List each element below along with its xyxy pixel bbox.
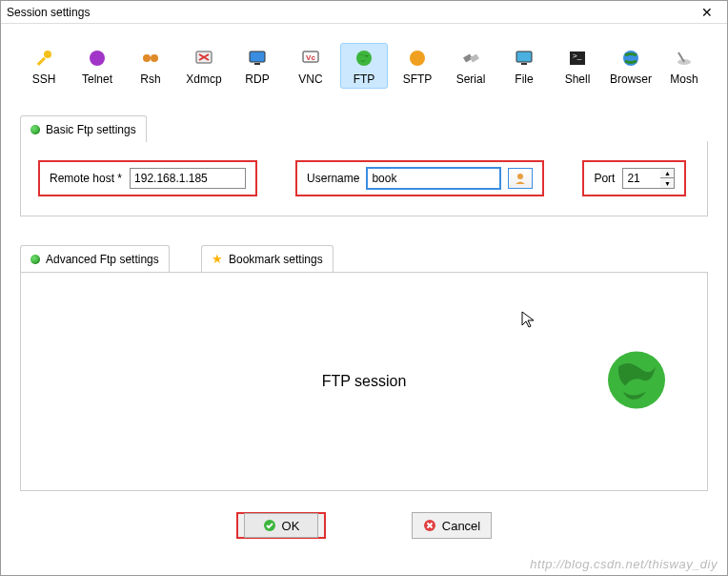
port-spinner: ▲ ▼ (660, 168, 675, 189)
globe-dot-icon (30, 125, 40, 134)
remote-host-group: Remote host * (38, 160, 257, 196)
browser-globe-icon (610, 48, 652, 69)
svg-rect-15 (521, 63, 527, 65)
basic-panel: Remote host * Username Port ▲ ▼ (20, 141, 708, 216)
username-label: Username (307, 172, 359, 185)
telnet-icon (76, 48, 118, 69)
mosh-icon (663, 48, 705, 69)
protocol-label: Telnet (76, 72, 118, 86)
protocol-label: SFTP (396, 72, 438, 86)
protocol-label: Rsh (130, 72, 172, 86)
lower-tab-strip: Advanced Ftp settings ★ Bookmark setting… (20, 245, 708, 272)
protocol-browser[interactable]: Browser (607, 43, 655, 89)
protocol-label: File (503, 72, 545, 86)
port-input[interactable] (622, 168, 660, 189)
protocol-xdmcp[interactable]: Xdmcp (180, 43, 228, 89)
port-label: Port (594, 172, 615, 185)
tab-basic-ftp[interactable]: Basic Ftp settings (20, 115, 147, 142)
spinner-down[interactable]: ▼ (660, 178, 674, 188)
key-icon (23, 48, 65, 69)
ok-label: OK (282, 519, 300, 533)
username-group: Username (295, 160, 544, 196)
svg-point-2 (90, 51, 105, 66)
cancel-button[interactable]: Cancel (412, 512, 492, 539)
protocol-sftp[interactable]: SFTP (394, 43, 441, 89)
svg-text:>_: >_ (573, 51, 582, 60)
protocol-row: SSH Telnet Rsh Xdmcp RDP (20, 43, 708, 89)
svg-point-11 (410, 51, 425, 66)
session-title: FTP session (322, 373, 407, 390)
protocol-label: FTP (343, 72, 385, 86)
rdp-icon (236, 48, 278, 69)
user-lookup-button[interactable] (508, 168, 533, 189)
sftp-icon (396, 48, 438, 69)
ok-button-highlight: OK (236, 512, 326, 539)
svg-point-21 (608, 352, 665, 409)
tab-advanced-ftp[interactable]: Advanced Ftp settings (20, 245, 170, 272)
basic-fields-row: Remote host * Username Port ▲ ▼ (38, 160, 690, 196)
svg-point-0 (44, 51, 51, 58)
watermark-text: http://blog.csdn.net/thisway_diy (530, 557, 718, 571)
svg-rect-1 (37, 57, 46, 66)
protocol-label: Browser (610, 72, 652, 86)
svg-rect-6 (250, 51, 265, 62)
svg-point-20 (517, 174, 523, 179)
protocol-label: SSH (23, 72, 65, 86)
protocol-label: Xdmcp (183, 72, 225, 86)
svg-rect-14 (516, 51, 532, 62)
protocol-serial[interactable]: Serial (447, 43, 495, 89)
protocol-label: Serial (450, 72, 492, 86)
svg-point-10 (356, 51, 372, 66)
protocol-mosh[interactable]: Mosh (660, 43, 708, 89)
lower-panel: FTP session (20, 272, 708, 491)
big-globe-icon (604, 348, 669, 416)
cancel-label: Cancel (442, 519, 480, 533)
file-icon (503, 48, 545, 69)
remote-host-input[interactable] (130, 168, 246, 189)
star-icon: ★ (212, 252, 223, 266)
protocol-telnet[interactable]: Telnet (73, 43, 121, 89)
protocol-ftp[interactable]: FTP (340, 43, 388, 89)
svg-rect-7 (254, 63, 260, 65)
shell-icon: >_ (556, 48, 598, 69)
cancel-circle-icon (423, 519, 436, 532)
protocol-label: Shell (556, 72, 598, 86)
check-circle-icon (263, 519, 276, 532)
tab-label: Bookmark settings (229, 253, 323, 266)
spinner-up[interactable]: ▲ (660, 169, 674, 178)
globe-dot-icon (30, 255, 40, 264)
svg-point-3 (143, 54, 151, 62)
protocol-ssh[interactable]: SSH (20, 43, 68, 89)
content-area: SSH Telnet Rsh Xdmcp RDP (1, 24, 727, 548)
ok-button[interactable]: OK (244, 513, 318, 538)
person-icon (514, 172, 527, 185)
window-title: Session settings (7, 6, 693, 19)
protocol-rdp[interactable]: RDP (233, 43, 281, 89)
vnc-icon: Vc (290, 48, 332, 69)
tab-bookmark[interactable]: ★ Bookmark settings (201, 245, 334, 272)
protocol-file[interactable]: File (500, 43, 548, 89)
globe-icon (343, 48, 385, 69)
rsh-icon (130, 48, 172, 69)
remote-host-label: Remote host * (50, 172, 122, 185)
titlebar: Session settings ✕ (1, 1, 727, 24)
button-row: OK Cancel (20, 512, 708, 539)
xdmcp-icon (183, 48, 225, 69)
protocol-label: VNC (290, 72, 332, 86)
protocol-rsh[interactable]: Rsh (127, 43, 174, 89)
protocol-vnc[interactable]: Vc VNC (287, 43, 334, 89)
tab-label: Basic Ftp settings (46, 123, 136, 136)
svg-point-4 (151, 54, 158, 62)
protocol-label: RDP (236, 72, 278, 86)
svg-text:Vc: Vc (306, 53, 315, 62)
tab-label: Advanced Ftp settings (46, 253, 159, 266)
serial-icon (450, 48, 492, 69)
svg-rect-13 (470, 53, 479, 62)
port-group: Port ▲ ▼ (582, 160, 686, 196)
protocol-shell[interactable]: >_ Shell (554, 43, 601, 89)
basic-tab-strip: Basic Ftp settings (20, 115, 708, 142)
protocol-label: Mosh (663, 72, 705, 86)
close-icon[interactable]: ✕ (693, 5, 721, 20)
cursor-icon (521, 311, 536, 333)
username-input[interactable] (367, 168, 500, 189)
